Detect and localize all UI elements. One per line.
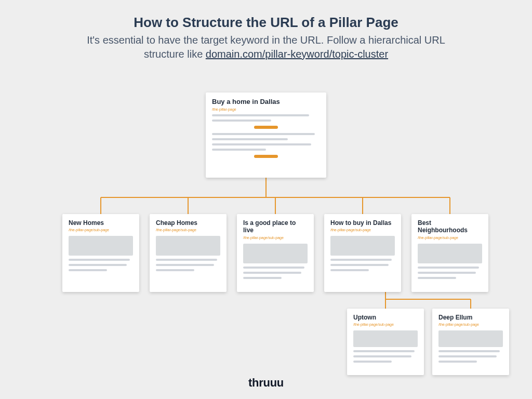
topic-card-how-to-buy: How to buy in Dallas /the-pillar-page/su… — [324, 214, 401, 292]
pillar-card-title: Buy a home in Dallas — [212, 98, 320, 106]
brand-logo: thruuu — [0, 376, 532, 390]
topic-card-title: How to buy in Dallas — [330, 219, 395, 227]
placeholder-block — [353, 330, 418, 347]
placeholder-line — [330, 269, 369, 271]
sub-card-deep-ellum: Deep Ellum /the-pillar-page/sub-page — [432, 309, 509, 375]
sub-card-title: Uptown — [353, 314, 418, 321]
placeholder-line — [212, 138, 288, 140]
placeholder-line — [212, 133, 315, 135]
placeholder-line — [156, 264, 214, 266]
placeholder-line — [243, 277, 282, 279]
placeholder-line — [69, 269, 107, 271]
placeholder-line — [418, 277, 456, 279]
placeholder-block — [243, 244, 308, 263]
placeholder-line — [353, 355, 411, 357]
placeholder-line — [418, 267, 479, 269]
placeholder-line — [212, 149, 266, 151]
pillar-page-card: Buy a home in Dallas /the-pillar-page — [206, 92, 326, 178]
sub-card-uptown: Uptown /the-pillar-page/sub-page — [347, 309, 424, 375]
placeholder-line — [438, 355, 497, 357]
topic-card-path: /the-pillar-page/sub-page — [418, 236, 482, 240]
placeholder-line — [243, 272, 301, 274]
placeholder-line — [353, 350, 415, 352]
sub-card-title: Deep Ellum — [438, 314, 503, 321]
topic-card-title: Cheap Homes — [156, 219, 220, 227]
placeholder-line — [156, 259, 217, 261]
placeholder-line — [69, 264, 127, 266]
placeholder-line — [330, 264, 389, 266]
placeholder-line — [156, 269, 194, 271]
placeholder-line — [438, 350, 500, 352]
topic-card-path: /the-pillar-page/sub-page — [156, 228, 220, 232]
placeholder-line — [212, 119, 271, 122]
topic-card-title: New Homes — [69, 219, 133, 227]
placeholder-block — [156, 236, 220, 256]
topic-card-neighbourhoods: Best Neighbourhoods /the-pillar-page/sub… — [411, 214, 488, 292]
placeholder-line — [212, 143, 311, 145]
placeholder-line — [438, 361, 477, 363]
topic-card-title: Is a good place to live — [243, 219, 308, 234]
placeholder-line — [69, 259, 130, 261]
sub-card-path: /the-pillar-page/sub-page — [438, 323, 503, 326]
placeholder-line — [418, 272, 476, 274]
placeholder-line — [212, 114, 309, 116]
topic-card-new-homes: New Homes /the-pillar-page/sub-page — [62, 214, 139, 292]
placeholder-line — [353, 361, 392, 363]
placeholder-block — [69, 236, 133, 256]
placeholder-line — [243, 267, 304, 269]
topic-card-path: /the-pillar-page/sub-page — [69, 228, 133, 232]
placeholder-block — [418, 244, 482, 263]
placeholder-pill — [254, 155, 278, 158]
sub-card-path: /the-pillar-page/sub-page — [353, 323, 418, 326]
topic-card-path: /the-pillar-page/sub-page — [243, 236, 308, 240]
placeholder-pill — [254, 126, 278, 129]
placeholder-block — [438, 330, 503, 347]
topic-card-title: Best Neighbourhoods — [418, 219, 482, 234]
placeholder-line — [330, 259, 392, 261]
pillar-card-path: /the-pillar-page — [212, 108, 320, 111]
topic-card-cheap-homes: Cheap Homes /the-pillar-page/sub-page — [150, 214, 227, 292]
placeholder-block — [330, 236, 395, 256]
topic-card-good-place: Is a good place to live /the-pillar-page… — [237, 214, 314, 292]
topic-card-path: /the-pillar-page/sub-page — [330, 228, 395, 232]
